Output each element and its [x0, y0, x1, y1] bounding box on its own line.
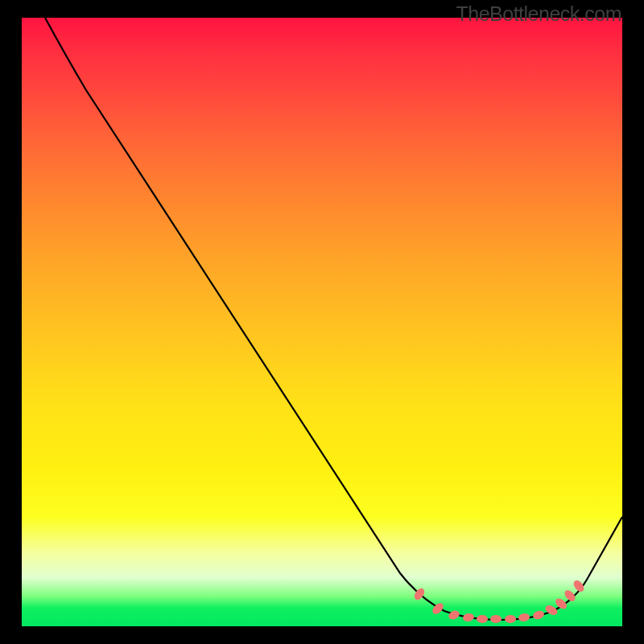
marker [532, 609, 546, 621]
plot-area [22, 18, 622, 626]
marker [505, 615, 516, 623]
marker [490, 615, 502, 623]
marker-group [412, 579, 586, 623]
marker [448, 609, 461, 621]
marker [544, 604, 559, 617]
marker [477, 615, 488, 623]
chart-svg [22, 18, 622, 626]
bottleneck-curve [45, 18, 622, 620]
marker [518, 613, 530, 622]
marker [462, 613, 475, 622]
chart-container: TheBottleneck.com [0, 0, 644, 644]
watermark-text: TheBottleneck.com [456, 2, 622, 26]
